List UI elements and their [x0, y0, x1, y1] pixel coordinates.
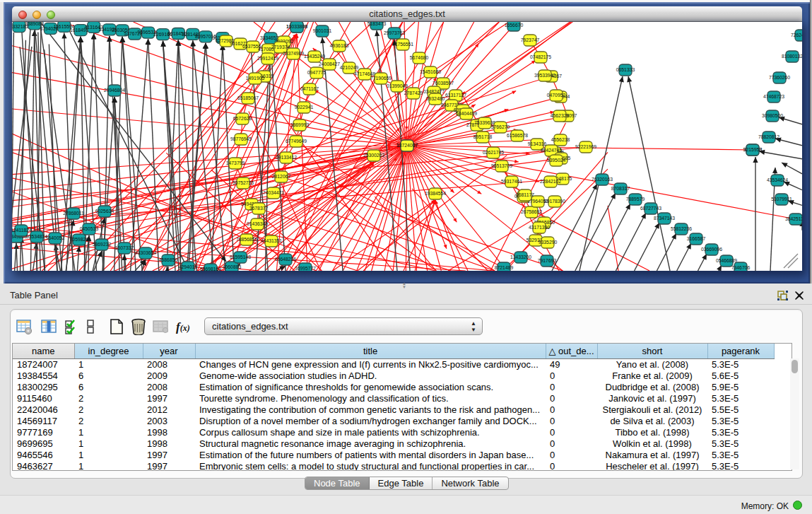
svg-text:67749649: 67749649 — [286, 139, 307, 144]
svg-text:7889579: 7889579 — [626, 197, 645, 201]
svg-text:2812067: 2812067 — [272, 174, 291, 179]
svg-text:5674680: 5674680 — [410, 55, 429, 60]
svg-text:6572628: 6572628 — [233, 116, 252, 121]
svg-text:55812236: 55812236 — [671, 226, 692, 231]
svg-text:92221969: 92221969 — [575, 144, 596, 149]
svg-text:58404499: 58404499 — [456, 111, 477, 116]
svg-text:9134316: 9134316 — [528, 141, 547, 146]
svg-text:65648236: 65648236 — [275, 257, 296, 262]
svg-text:2719374: 2719374 — [271, 45, 290, 49]
svg-text:1607337: 1607337 — [115, 245, 134, 250]
svg-text:65185067: 65185067 — [237, 95, 259, 100]
svg-text:8721489: 8721489 — [495, 265, 514, 270]
svg-text:9022941: 9022941 — [295, 105, 314, 110]
svg-text:61586578: 61586578 — [507, 133, 528, 138]
svg-text:1656670: 1656670 — [505, 23, 524, 28]
svg-text:16033809: 16033809 — [286, 24, 307, 29]
svg-text:29912419: 29912419 — [257, 56, 278, 61]
svg-text:1491905: 1491905 — [246, 76, 265, 81]
svg-text:5869232: 5869232 — [93, 242, 112, 247]
svg-text:01399049: 01399049 — [387, 83, 408, 88]
svg-text:19384554: 19384554 — [425, 191, 446, 196]
svg-text:78856855: 78856855 — [236, 237, 257, 242]
svg-text:26758692: 26758692 — [521, 209, 542, 214]
svg-text:05466889: 05466889 — [716, 258, 737, 263]
svg-text:22842102: 22842102 — [540, 179, 561, 184]
svg-text:3678377: 3678377 — [249, 206, 269, 211]
svg-text:3215958: 3215958 — [743, 147, 763, 152]
svg-text:30980500: 30980500 — [762, 113, 783, 118]
svg-text:0651333: 0651333 — [616, 67, 635, 72]
svg-text:03669096: 03669096 — [701, 247, 722, 252]
svg-text:2787429: 2787429 — [404, 90, 423, 95]
svg-text:8951718: 8951718 — [473, 134, 493, 139]
svg-text:1473799: 1473799 — [226, 160, 245, 165]
svg-text:50752735: 50752735 — [233, 180, 254, 185]
svg-text:39533942: 39533942 — [534, 73, 555, 78]
svg-text:07482175: 07482175 — [530, 54, 551, 59]
svg-text:36995777: 36995777 — [295, 266, 316, 271]
svg-text:29946804: 29946804 — [104, 88, 125, 93]
svg-text:61317127: 61317127 — [445, 93, 466, 98]
svg-text:44431351: 44431351 — [261, 238, 282, 243]
svg-text:0947775: 0947775 — [307, 70, 326, 75]
svg-text:77190659: 77190659 — [370, 76, 392, 81]
svg-text:18724007: 18724007 — [396, 143, 418, 148]
svg-text:61595148: 61595148 — [230, 255, 251, 259]
svg-text:2681177: 2681177 — [516, 192, 534, 197]
svg-text:8708317: 8708317 — [611, 186, 630, 191]
svg-text:09133412: 09133412 — [276, 155, 297, 160]
svg-text:24008427: 24008427 — [319, 62, 340, 66]
svg-text:98776945: 98776945 — [230, 136, 252, 141]
svg-text:01436349: 01436349 — [247, 221, 268, 226]
svg-text:7923747: 7923747 — [521, 37, 540, 42]
svg-text:77360260: 77360260 — [769, 75, 790, 80]
svg-text:15451680: 15451680 — [420, 69, 441, 74]
svg-text:5395024: 5395024 — [547, 158, 566, 163]
svg-text:4210249: 4210249 — [340, 65, 359, 70]
svg-text:0450533: 0450533 — [80, 226, 99, 231]
svg-text:7917693: 7917693 — [538, 258, 557, 263]
svg-text:7346706: 7346706 — [731, 265, 751, 270]
svg-text:43171390: 43171390 — [529, 225, 550, 230]
svg-text:0471167: 0471167 — [300, 86, 319, 91]
svg-text:4936183: 4936183 — [330, 43, 349, 48]
svg-text:1869993: 1869993 — [290, 122, 310, 127]
svg-text:89178390: 89178390 — [544, 199, 565, 204]
svg-text:76038597: 76038597 — [433, 81, 454, 86]
svg-text:55698169: 55698169 — [200, 267, 221, 271]
svg-text:72624731: 72624731 — [791, 33, 802, 37]
svg-text:1640052: 1640052 — [46, 235, 65, 240]
svg-text:8059826: 8059826 — [70, 237, 89, 242]
svg-text:81080132: 81080132 — [782, 54, 802, 59]
svg-text:9335290: 9335290 — [539, 240, 558, 245]
svg-text:4294019: 4294019 — [179, 264, 198, 269]
svg-text:4060883: 4060883 — [223, 264, 242, 269]
svg-text:93534874: 93534874 — [26, 234, 47, 239]
svg-text:4556238: 4556238 — [551, 137, 570, 142]
svg-text:02621745: 02621745 — [483, 150, 504, 155]
svg-text:12411824: 12411824 — [12, 228, 32, 233]
svg-text:74034471: 74034471 — [263, 190, 284, 195]
svg-text:47468723: 47468723 — [763, 94, 784, 99]
svg-text:13435240: 13435240 — [304, 54, 325, 59]
svg-text:43303654: 43303654 — [135, 250, 156, 255]
svg-text:0932480: 0932480 — [426, 96, 445, 101]
svg-text:3166587: 3166587 — [687, 236, 706, 241]
svg-text:76320163: 76320163 — [592, 177, 613, 182]
svg-text:87347143: 87347143 — [654, 216, 675, 221]
svg-text:27868011: 27868011 — [63, 211, 84, 216]
svg-text:96513709: 96513709 — [491, 163, 512, 168]
svg-text:51079911: 51079911 — [771, 197, 792, 201]
svg-text:5183473: 5183473 — [367, 22, 387, 26]
svg-text:71756551: 71756551 — [392, 42, 413, 47]
svg-text:13433200: 13433200 — [510, 255, 531, 259]
svg-text:4586850: 4586850 — [159, 257, 178, 262]
svg-text:29973763: 29973763 — [384, 30, 405, 35]
svg-text:0470952: 0470952 — [547, 93, 566, 98]
svg-text:9301031: 9301031 — [313, 28, 332, 33]
svg-text:25300203: 25300203 — [363, 153, 384, 158]
svg-text:4562328: 4562328 — [551, 113, 570, 118]
svg-text:5766270: 5766270 — [491, 124, 510, 129]
svg-text:6025634: 6025634 — [95, 209, 114, 214]
